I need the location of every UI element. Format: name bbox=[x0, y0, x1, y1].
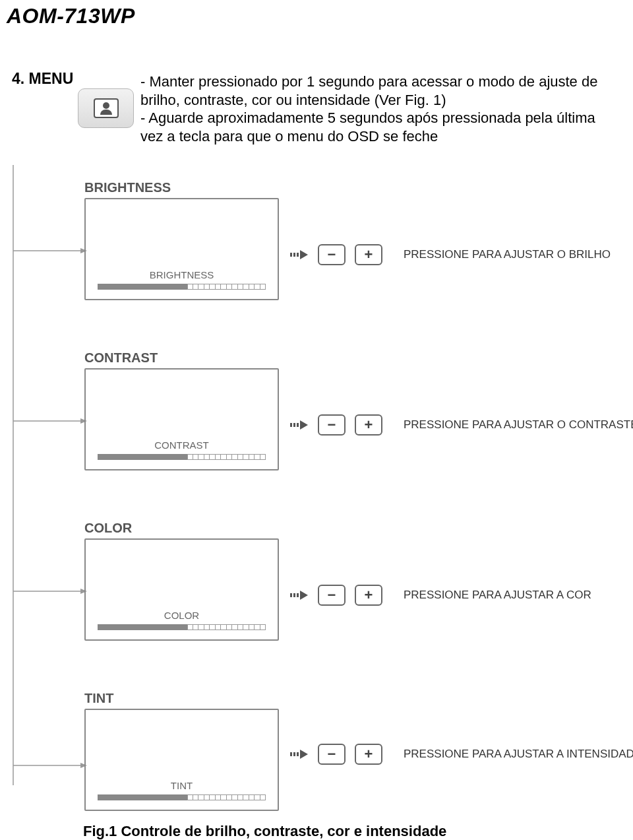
minus-button[interactable]: − bbox=[318, 244, 346, 265]
osd-brightness-inner-label: BRIGHTNESS bbox=[150, 269, 214, 280]
osd-contrast-slider bbox=[98, 454, 266, 460]
section-heading-menu: 4. MENU bbox=[12, 70, 73, 88]
arrow-right-icon bbox=[290, 250, 309, 259]
plus-button[interactable]: + bbox=[355, 585, 382, 606]
osd-brightness-group: BRIGHTNESS BRIGHTNESS bbox=[84, 180, 279, 300]
contrast-controls: − + PRESSIONE PARA AJUSTAR O CONTRASTE bbox=[290, 414, 633, 436]
osd-contrast-group: CONTRAST CONTRAST bbox=[84, 350, 279, 470]
osd-tint-box: TINT bbox=[84, 709, 279, 811]
arrow-right-icon bbox=[290, 591, 309, 600]
color-controls: − + PRESSIONE PARA AJUSTAR A COR bbox=[290, 585, 591, 606]
osd-color-slider bbox=[98, 624, 266, 630]
plus-button[interactable]: + bbox=[355, 744, 382, 765]
osd-color-inner-label: COLOR bbox=[164, 610, 199, 621]
doc-title: AOM-713WP bbox=[7, 4, 135, 28]
osd-contrast-box: CONTRAST bbox=[84, 368, 279, 470]
arrow-right-icon bbox=[290, 750, 309, 759]
osd-tint-inner-label: TINT bbox=[171, 780, 193, 791]
tint-hint: PRESSIONE PARA AJUSTAR A INTENSIDADE bbox=[404, 748, 633, 761]
color-hint: PRESSIONE PARA AJUSTAR A COR bbox=[404, 589, 591, 602]
minus-button[interactable]: − bbox=[318, 585, 346, 606]
osd-color-group: COLOR COLOR bbox=[84, 521, 279, 641]
brightness-controls: − + PRESSIONE PARA AJUSTAR O BRILHO bbox=[290, 244, 611, 265]
osd-brightness-slider bbox=[98, 284, 266, 290]
tint-controls: − + PRESSIONE PARA AJUSTAR A INTENSIDADE bbox=[290, 744, 633, 765]
osd-color-box: COLOR bbox=[84, 538, 279, 641]
menu-button[interactable] bbox=[78, 88, 134, 128]
osd-brightness-title: BRIGHTNESS bbox=[84, 180, 279, 195]
osd-tint-group: TINT TINT bbox=[84, 691, 279, 811]
person-screen-icon bbox=[94, 98, 119, 118]
osd-contrast-title: CONTRAST bbox=[84, 350, 279, 366]
minus-button[interactable]: − bbox=[318, 744, 346, 765]
minus-button[interactable]: − bbox=[318, 414, 346, 436]
contrast-hint: PRESSIONE PARA AJUSTAR O CONTRASTE bbox=[404, 418, 633, 432]
osd-tint-title: TINT bbox=[84, 691, 279, 706]
figure-caption: Fig.1 Controle de brilho, contraste, cor… bbox=[83, 823, 446, 840]
arrow-right-icon bbox=[290, 420, 309, 430]
plus-button[interactable]: + bbox=[355, 244, 382, 265]
plus-button[interactable]: + bbox=[355, 414, 382, 436]
menu-description: - Manter pressionado por 1 segundo para … bbox=[140, 73, 600, 145]
osd-brightness-box: BRIGHTNESS bbox=[84, 198, 279, 300]
osd-color-title: COLOR bbox=[84, 521, 279, 536]
osd-contrast-inner-label: CONTRAST bbox=[154, 439, 209, 451]
brightness-hint: PRESSIONE PARA AJUSTAR O BRILHO bbox=[404, 248, 611, 261]
flow-connector bbox=[0, 165, 92, 825]
osd-tint-slider bbox=[98, 794, 266, 800]
